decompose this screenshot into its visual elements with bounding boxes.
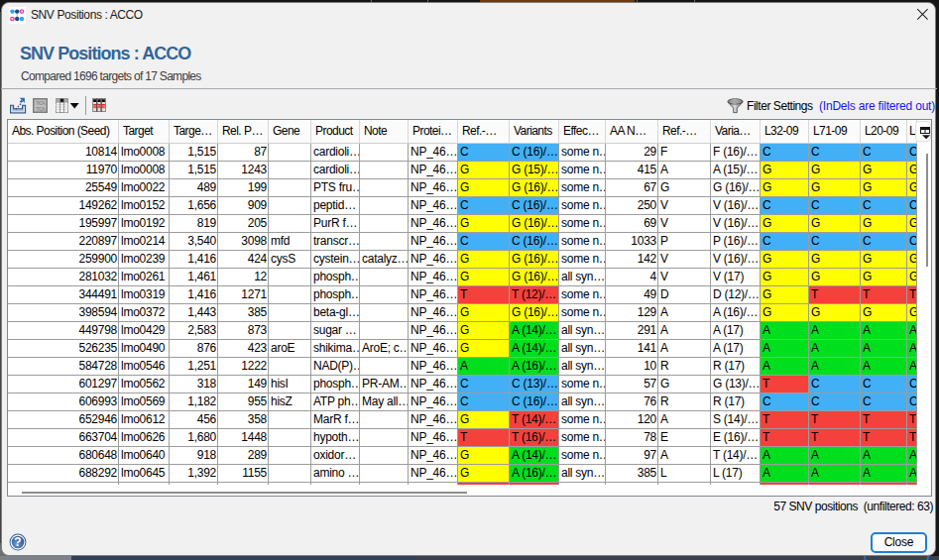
svg-text:TCA: TCA	[36, 105, 46, 112]
svg-text:?: ?	[14, 535, 22, 549]
